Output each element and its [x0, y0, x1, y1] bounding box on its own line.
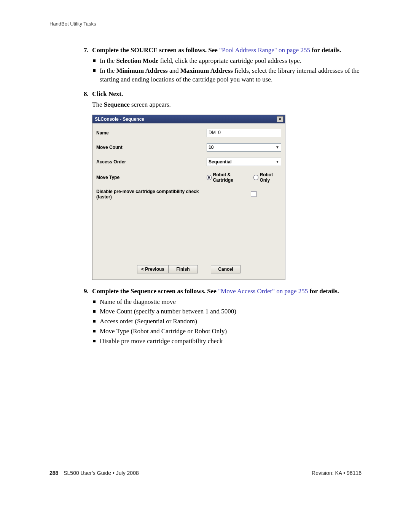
chevron-down-icon: ▼ — [274, 145, 281, 149]
disable-check-label: Disable pre-move cartridge compatibility… — [96, 189, 207, 200]
step-8: 8. Click Next. The Sequence screen appea… — [84, 89, 362, 280]
robot-only-radio[interactable]: Robot Only — [253, 172, 281, 183]
radio-icon — [207, 175, 212, 180]
list-item: Move Count (specify a number between 1 a… — [92, 307, 362, 316]
name-label: Name — [96, 130, 207, 136]
step-9: 9. Complete the Sequence screen as follo… — [84, 287, 362, 346]
step7-lead: Complete the SOURCE screen as follows. S… — [92, 46, 219, 54]
access-order-label: Access Order — [96, 159, 207, 165]
step9-trail: for details. — [308, 288, 339, 295]
close-button[interactable]: × — [277, 116, 284, 122]
list-item: Disable pre move cartridge compatibility… — [92, 337, 362, 346]
dialog-title: SLConsole - Sequence — [95, 117, 144, 122]
chevron-down-icon: ▼ — [274, 160, 281, 164]
move-count-label: Move Count — [96, 145, 207, 150]
page-header: HandBot Utility Tasks — [49, 21, 362, 27]
page-footer: 288 SL500 User's Guide • July 2008 Revis… — [49, 470, 362, 476]
list-item: In the Selection Mode field, click the a… — [92, 56, 362, 66]
list-item: In the Minimum Address and Maximum Addre… — [92, 66, 362, 85]
footer-left: SL500 User's Guide • July 2008 — [64, 470, 139, 476]
step8-body: The Sequence screen appears. — [92, 100, 362, 109]
move-access-order-link[interactable]: "Move Access Order" on page 255 — [218, 288, 308, 295]
step8-head: Click Next. — [92, 89, 362, 99]
sequence-dialog: SLConsole - Sequence × Name DM_0 Move Co… — [92, 115, 285, 280]
footer-right: Revision: KA • 96116 — [312, 470, 362, 476]
robot-cartridge-radio[interactable]: Robot & Cartridge — [207, 172, 247, 183]
disable-checkbox[interactable] — [251, 191, 256, 197]
list-item: Name of the diagnostic move — [92, 297, 362, 307]
list-item: Access order (Sequential or Random) — [92, 317, 362, 326]
step-number: 9. — [84, 287, 92, 296]
step-number: 8. — [84, 89, 92, 99]
step7-trail: for details. — [310, 46, 341, 54]
step-number: 7. — [84, 46, 92, 55]
name-input[interactable]: DM_0 — [207, 129, 281, 137]
access-order-combo[interactable]: Sequential ▼ — [207, 158, 281, 166]
previous-button[interactable]: < Previous — [137, 265, 169, 273]
move-type-label: Move Type — [96, 175, 207, 180]
radio-icon — [253, 175, 258, 180]
finish-button[interactable]: Finish — [168, 265, 198, 273]
pool-address-range-link[interactable]: "Pool Address Range" on page 255 — [219, 46, 310, 54]
list-item: Move Type (Robot and Cartridge or Robot … — [92, 327, 362, 336]
cancel-button[interactable]: Cancel — [211, 265, 241, 273]
move-count-combo[interactable]: 10 ▼ — [207, 143, 281, 152]
step-7: 7. Complete the SOURCE screen as follows… — [84, 46, 362, 84]
dialog-titlebar: SLConsole - Sequence × — [92, 115, 285, 123]
page-number: 288 — [49, 470, 58, 476]
step9-lead: Complete the Sequence screen as follows.… — [92, 288, 218, 295]
